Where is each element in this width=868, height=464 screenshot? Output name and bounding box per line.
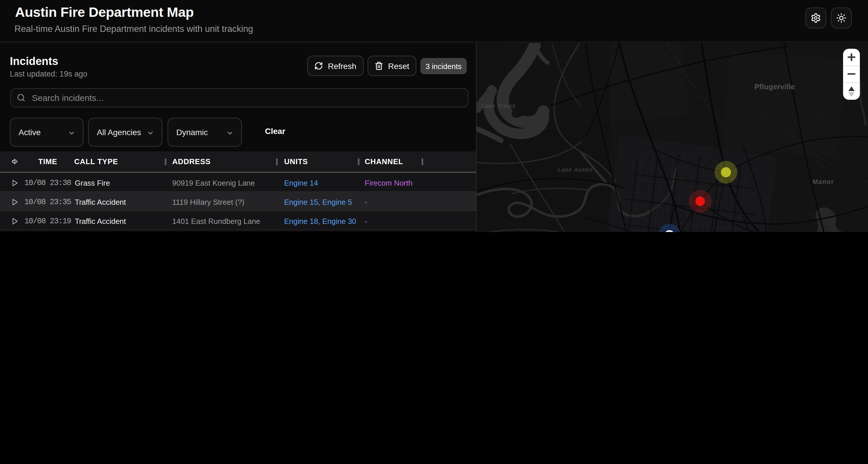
svg-text:Lake Travis: Lake Travis bbox=[481, 102, 516, 109]
svg-text:Manor: Manor bbox=[813, 178, 834, 185]
svg-text:Pflugerville: Pflugerville bbox=[754, 83, 795, 91]
svg-text:Lake Austin: Lake Austin bbox=[558, 166, 593, 173]
